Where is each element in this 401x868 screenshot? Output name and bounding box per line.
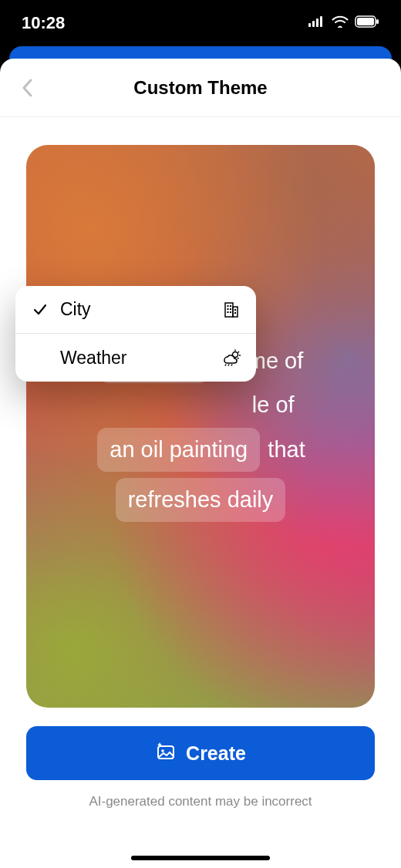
- back-button[interactable]: [15, 76, 39, 99]
- dropdown-option-weather[interactable]: Weather: [15, 334, 256, 382]
- svg-rect-3: [320, 16, 322, 27]
- location-dropdown: City Weather: [15, 286, 256, 382]
- svg-rect-0: [308, 23, 311, 27]
- disclaimer-text: AI-generated content may be incorrect: [26, 794, 375, 809]
- prompt-text-partial: le of: [252, 392, 295, 417]
- dropdown-option-city[interactable]: City: [15, 286, 256, 334]
- svg-line-22: [225, 365, 226, 366]
- svg-rect-7: [225, 303, 233, 317]
- refresh-chip[interactable]: refreshes daily: [116, 478, 286, 522]
- checkmark-icon: [29, 304, 51, 316]
- building-icon: [221, 301, 242, 318]
- svg-rect-12: [230, 308, 231, 310]
- svg-rect-8: [233, 307, 238, 317]
- signal-icon: [308, 16, 325, 30]
- svg-rect-1: [312, 21, 315, 27]
- svg-rect-14: [230, 311, 231, 313]
- status-icons: [308, 15, 379, 31]
- svg-rect-9: [227, 305, 229, 307]
- create-button-label: Create: [186, 742, 246, 765]
- svg-line-19: [238, 352, 240, 353]
- dropdown-label: City: [51, 299, 221, 320]
- svg-rect-2: [316, 19, 318, 27]
- page-title: Custom Theme: [0, 77, 401, 99]
- battery-icon: [355, 15, 379, 31]
- svg-line-21: [238, 358, 239, 359]
- home-indicator[interactable]: [131, 856, 270, 860]
- svg-rect-11: [227, 308, 229, 310]
- svg-rect-13: [227, 311, 229, 313]
- weather-icon: [221, 349, 242, 366]
- theme-preview-canvas: Location theme of xxxxxxxxxxxxxle of an …: [26, 145, 375, 708]
- create-button[interactable]: Create: [26, 726, 375, 780]
- dropdown-label: Weather: [51, 348, 221, 368]
- svg-rect-15: [234, 309, 236, 311]
- prompt-text-2: that: [261, 437, 305, 462]
- modal-header: Custom Theme: [0, 59, 401, 117]
- style-chip[interactable]: an oil painting: [97, 428, 260, 472]
- svg-rect-5: [357, 18, 374, 25]
- svg-rect-16: [234, 312, 236, 314]
- sparkle-image-icon: [155, 741, 177, 765]
- svg-point-26: [161, 749, 164, 752]
- custom-theme-modal: Custom Theme Location theme of xxxxxxxxx…: [0, 59, 401, 868]
- wifi-icon: [332, 15, 349, 31]
- status-bar: 10:28: [0, 0, 401, 46]
- svg-rect-10: [230, 305, 231, 307]
- svg-rect-6: [376, 19, 379, 24]
- svg-line-24: [231, 365, 232, 366]
- content-area: Location theme of xxxxxxxxxxxxxle of an …: [0, 117, 401, 868]
- svg-line-23: [228, 365, 229, 366]
- status-time: 10:28: [22, 13, 65, 33]
- chevron-left-icon: [21, 78, 33, 98]
